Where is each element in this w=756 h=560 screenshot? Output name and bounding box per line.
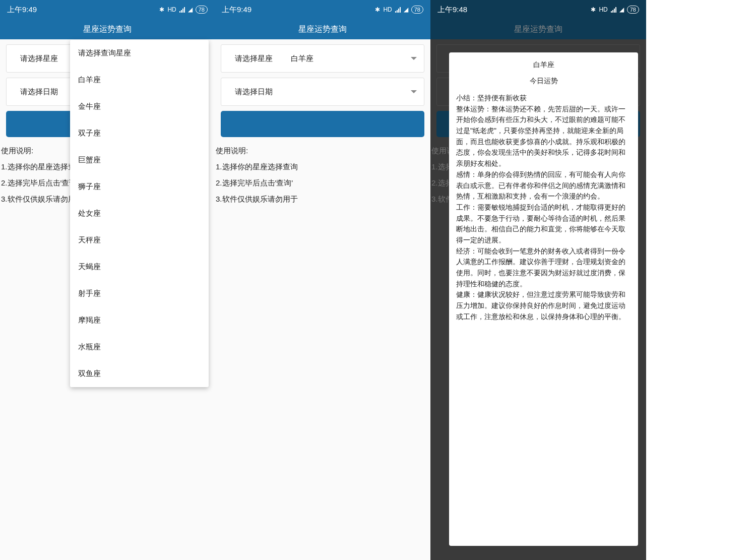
signal-icon [395,7,401,13]
app-title: 星座运势查询 [0,19,215,39]
usage-heading: 使用说明: [216,143,424,158]
battery-indicator: 78 [411,6,423,14]
usage-line: 1.选择你的星座选择查询 [216,159,424,174]
status-bar: 上午9:49 ✱ HD ◢ 78 [0,0,215,19]
screen-date-select: 上午9:49 ✱ HD ◢ 78 星座运势查询 请选择星座 白羊座 请选择日期 [215,0,430,560]
dropdown-item[interactable]: 处女座 [70,200,209,227]
battery-indicator: 78 [627,6,639,14]
chevron-down-icon [411,90,417,93]
dropdown-item[interactable]: 金牛座 [70,93,209,120]
chevron-down-icon [411,57,417,60]
query-button[interactable] [221,111,424,137]
dropdown-item[interactable]: 射手座 [70,280,209,307]
date-field-label: 请选择日期 [7,87,71,97]
status-indicators: ✱ HD ◢ 78 [375,6,423,14]
status-time: 上午9:49 [7,5,37,15]
zodiac-select[interactable]: 白羊座 [286,45,424,72]
dropdown-header[interactable]: 请选择查询星座 [70,40,209,67]
bluetooth-icon: ✱ [159,6,164,13]
dropdown-item[interactable]: 水瓶座 [70,334,209,360]
signal-icon [611,7,616,13]
dropdown-item[interactable]: 天秤座 [70,227,209,254]
dropdown-item[interactable]: 巨蟹座 [70,147,209,173]
zodiac-selected-value: 白羊座 [291,54,313,64]
date-select[interactable] [286,78,424,105]
modal-body: 小结：坚持便有新收获 整体运势：整体运势还不赖，先苦后甜的一天。或许一开始你会感… [456,93,631,322]
zodiac-field-label: 请选择星座 [221,54,286,64]
signal-icon [179,7,185,13]
wifi-icon: ◢ [404,6,408,13]
app-title: 星座运势查询 [215,19,430,39]
usage-line: 2.选择完毕后点击'查询' [216,175,424,191]
dropdown-item[interactable]: 双子座 [70,120,209,147]
hd-icon: HD [599,6,607,13]
modal-subtitle: 今日运势 [456,77,631,86]
zodiac-field[interactable]: 请选择星座 白羊座 [221,44,424,73]
date-field[interactable]: 请选择日期 [221,78,424,106]
dropdown-item[interactable]: 双鱼座 [70,360,209,387]
status-time: 上午9:48 [437,5,467,15]
usage-instructions: 使用说明: 1.选择你的星座选择查询 2.选择完毕后点击'查询' 3.软件仅供娱… [216,143,424,207]
status-bar: 上午9:49 ✱ HD ◢ 78 [215,0,430,19]
wifi-icon: ◢ [188,6,193,13]
app-title: 星座运势查询 [430,19,646,39]
zodiac-dropdown[interactable]: 请选择查询星座 白羊座 金牛座 双子座 巨蟹座 狮子座 处女座 天秤座 天蝎座 … [70,40,209,387]
screen-result-modal: 上午9:48 ✱ HD ◢ 78 星座运势查询 使用说 1.选择 2.选择 3.… [430,0,646,560]
battery-indicator: 78 [196,6,208,14]
dropdown-item[interactable]: 天蝎座 [70,254,209,280]
dropdown-item[interactable]: 白羊座 [70,67,209,93]
horoscope-result-modal[interactable]: 白羊座 今日运势 小结：坚持便有新收获 整体运势：整体运势还不赖，先苦后甜的一天… [449,52,638,546]
zodiac-field-label: 请选择星座 [7,54,71,64]
bluetooth-icon: ✱ [591,6,596,13]
bluetooth-icon: ✱ [375,6,380,13]
status-time: 上午9:49 [222,5,251,15]
hd-icon: HD [167,6,176,13]
status-indicators: ✱ HD ◢ 78 [591,6,639,14]
hd-icon: HD [383,6,392,13]
dropdown-item[interactable]: 摩羯座 [70,307,209,334]
usage-line: 3.软件仅供娱乐请勿用于 [216,192,424,207]
status-indicators: ✱ HD ◢ 78 [159,6,208,14]
date-field-label: 请选择日期 [221,87,286,97]
screen-zodiac-select: 上午9:49 ✱ HD ◢ 78 星座运势查询 请选择星座 请选择日期 使用 [0,0,215,560]
wifi-icon: ◢ [619,6,624,13]
modal-title: 白羊座 [456,60,631,70]
dropdown-item[interactable]: 狮子座 [70,173,209,200]
status-bar: 上午9:48 ✱ HD ◢ 78 [430,0,646,19]
